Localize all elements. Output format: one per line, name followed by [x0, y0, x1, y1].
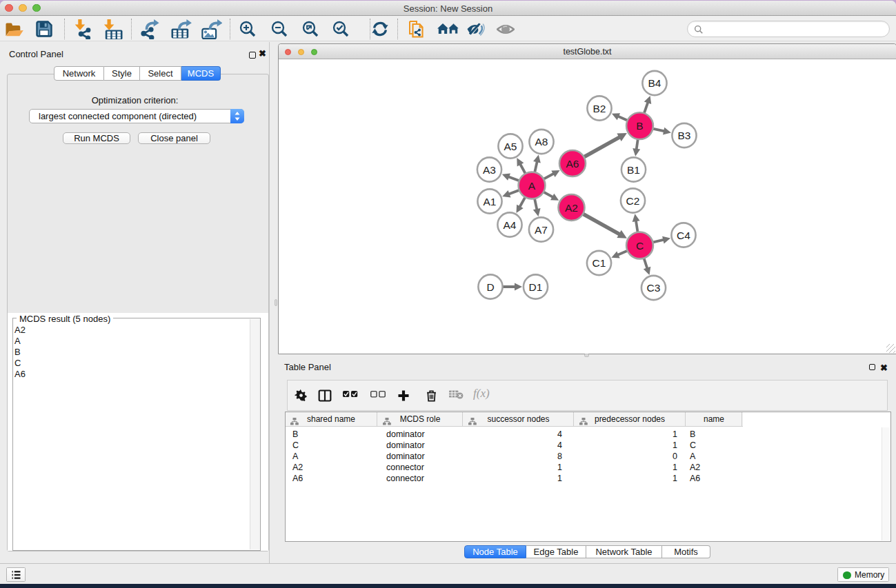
svg-text:C4: C4: [677, 230, 690, 241]
svg-text:D: D: [486, 281, 494, 293]
svg-text:A5: A5: [504, 141, 517, 152]
svg-text:C3: C3: [647, 282, 661, 294]
svg-text:A8: A8: [535, 136, 548, 148]
svg-text:A2: A2: [565, 202, 578, 214]
svg-text:A6: A6: [566, 158, 579, 170]
svg-text:D1: D1: [529, 281, 543, 293]
svg-text:B3: B3: [678, 130, 691, 141]
svg-text:A: A: [528, 180, 536, 192]
svg-text:A4: A4: [504, 219, 517, 231]
svg-text:A3: A3: [483, 164, 496, 176]
svg-text:B4: B4: [648, 77, 661, 89]
svg-text:B2: B2: [593, 103, 606, 114]
svg-text:B1: B1: [627, 164, 640, 176]
svg-text:C1: C1: [593, 257, 606, 269]
svg-text:A1: A1: [484, 196, 497, 207]
svg-text:C: C: [636, 240, 644, 252]
svg-text:A7: A7: [535, 224, 548, 236]
svg-text:C2: C2: [626, 195, 640, 207]
svg-text:B: B: [636, 120, 643, 132]
